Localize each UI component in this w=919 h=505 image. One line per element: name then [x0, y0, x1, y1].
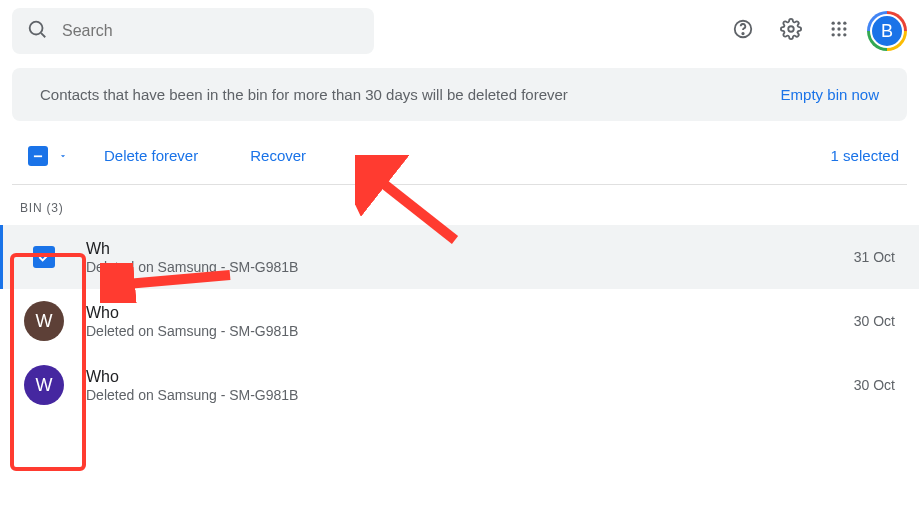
contact-name: Who — [86, 303, 832, 324]
svg-point-11 — [832, 33, 835, 36]
contact-row[interactable]: Wh Deleted on Samsung - SM-G981B 31 Oct — [0, 225, 919, 289]
svg-point-7 — [843, 22, 846, 25]
contact-date: 31 Oct — [854, 249, 895, 265]
apps-button[interactable] — [819, 11, 859, 51]
search-box[interactable] — [12, 8, 374, 54]
svg-point-3 — [742, 33, 743, 34]
svg-point-10 — [843, 27, 846, 30]
contact-name: Wh — [86, 239, 832, 260]
row-checkbox[interactable] — [33, 246, 55, 268]
contact-row[interactable]: W Who Deleted on Samsung - SM-G981B 30 O… — [0, 353, 919, 417]
svg-point-13 — [843, 33, 846, 36]
svg-point-8 — [832, 27, 835, 30]
contact-avatar[interactable]: W — [24, 365, 64, 405]
contact-subtitle: Deleted on Samsung - SM-G981B — [86, 387, 832, 403]
contact-row[interactable]: W Who Deleted on Samsung - SM-G981B 30 O… — [0, 289, 919, 353]
svg-point-12 — [837, 33, 840, 36]
search-input[interactable] — [62, 22, 360, 40]
top-bar: B — [0, 0, 919, 62]
contact-name: Who — [86, 367, 832, 388]
contact-avatar[interactable]: W — [24, 301, 64, 341]
svg-rect-14 — [34, 155, 42, 157]
svg-point-4 — [788, 26, 794, 32]
gear-icon — [780, 18, 802, 44]
help-button[interactable] — [723, 11, 763, 51]
svg-line-1 — [41, 33, 45, 37]
recover-button[interactable]: Recover — [240, 141, 316, 170]
svg-point-6 — [837, 22, 840, 25]
contact-date: 30 Oct — [854, 313, 895, 329]
contact-date: 30 Oct — [854, 377, 895, 393]
row-content: Wh Deleted on Samsung - SM-G981B — [86, 239, 832, 276]
account-avatar[interactable]: B — [867, 11, 907, 51]
row-content: Who Deleted on Samsung - SM-G981B — [86, 303, 832, 340]
section-header: BIN (3) — [0, 185, 919, 225]
selection-toolbar: Delete forever Recover 1 selected — [0, 127, 919, 184]
contact-subtitle: Deleted on Samsung - SM-G981B — [86, 259, 832, 275]
svg-point-5 — [832, 22, 835, 25]
select-dropdown-caret[interactable] — [58, 147, 68, 165]
empty-bin-link[interactable]: Empty bin now — [781, 86, 879, 103]
contact-subtitle: Deleted on Samsung - SM-G981B — [86, 323, 832, 339]
apps-icon — [829, 19, 849, 43]
row-content: Who Deleted on Samsung - SM-G981B — [86, 367, 832, 404]
svg-point-9 — [837, 27, 840, 30]
help-icon — [732, 18, 754, 44]
banner-message: Contacts that have been in the bin for m… — [40, 86, 568, 103]
info-banner: Contacts that have been in the bin for m… — [12, 68, 907, 121]
avatar-initial: B — [870, 14, 904, 48]
select-all-checkbox[interactable] — [28, 146, 48, 166]
selection-count: 1 selected — [831, 147, 899, 164]
settings-button[interactable] — [771, 11, 811, 51]
delete-forever-button[interactable]: Delete forever — [94, 141, 208, 170]
search-icon — [26, 18, 48, 44]
svg-point-0 — [30, 22, 43, 35]
